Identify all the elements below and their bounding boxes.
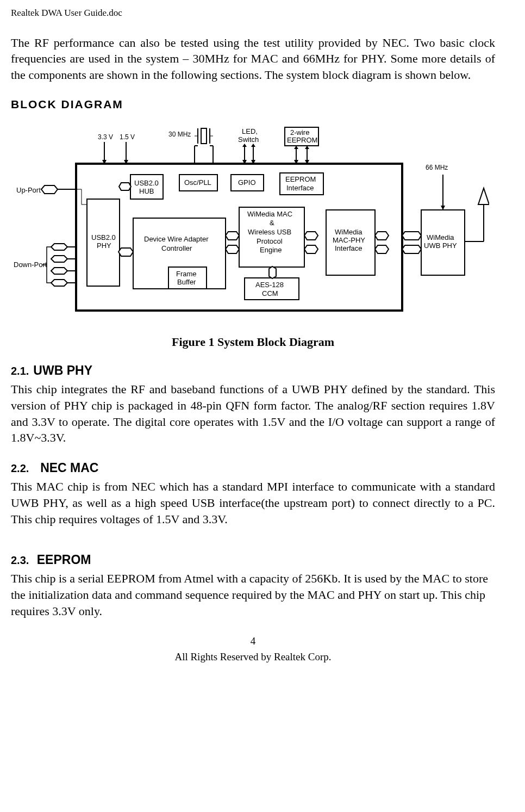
svg-marker-63 xyxy=(402,245,421,253)
label-wimac1: WiMedia MAC xyxy=(247,210,292,218)
label-wimac3: Wireless USB xyxy=(248,228,291,236)
label-usb2hub-1: USB2.0 xyxy=(134,179,159,187)
label-usb2phy-1: USB2.0 xyxy=(91,233,116,241)
label-fb2: Buffer xyxy=(177,278,196,286)
figure-caption: Figure 1 System Block Diagram xyxy=(11,334,495,351)
svg-marker-57 xyxy=(269,266,276,278)
svg-marker-27 xyxy=(41,185,58,194)
label-66mhz: 66 MHz xyxy=(426,164,448,171)
label-oscpll: Osc/PLL xyxy=(184,178,211,187)
svg-marker-18 xyxy=(251,144,255,147)
svg-marker-35 xyxy=(51,280,67,286)
label-wmpi3: Interface xyxy=(335,244,362,252)
label-usb2hub-2: HUB xyxy=(139,187,154,195)
svg-marker-31 xyxy=(51,256,67,262)
page-footer: 4 All Rights Reserved by Realtek Corp. xyxy=(11,634,495,664)
label-down-port: Down-Port xyxy=(14,261,47,269)
label-wimac5: Engine xyxy=(260,246,282,254)
label-wmpi2: MAC-PHY xyxy=(333,236,365,244)
label-fb1: Frame xyxy=(176,270,197,278)
label-2wire: 2-wire xyxy=(290,128,309,137)
section-title: NEC MAC xyxy=(40,461,98,475)
svg-marker-15 xyxy=(242,144,247,147)
svg-marker-44 xyxy=(119,183,131,190)
label-eeprom-ext: EEPROM xyxy=(287,136,317,144)
svg-marker-69 xyxy=(478,188,489,204)
label-led: LED, xyxy=(242,127,258,135)
section-num: 2.3. xyxy=(11,554,29,566)
svg-marker-66 xyxy=(441,206,445,210)
svg-marker-49 xyxy=(118,248,133,256)
label-switch: Switch xyxy=(238,135,259,144)
section-title: EEPROM xyxy=(37,553,91,567)
label-wimac4: Protocol xyxy=(257,237,283,245)
section-num: 2.2. xyxy=(11,462,29,474)
section-body-nec-mac: This MAC chip is from NEC which has a st… xyxy=(11,479,495,527)
doc-title: Realtek DWA User Guide.doc xyxy=(11,8,122,18)
label-aes1: AES-128 xyxy=(255,281,284,289)
section-num: 2.1. xyxy=(11,365,29,377)
down-port-arrows xyxy=(42,244,76,286)
svg-rect-5 xyxy=(201,128,207,144)
svg-marker-52 xyxy=(226,232,239,240)
label-dwac2: Controller xyxy=(161,244,192,252)
footer-rights: All Rights Reserved by Realtek Corp. xyxy=(11,650,495,665)
section-title: UWB PHY xyxy=(33,363,92,377)
label-up-port: Up-Port xyxy=(16,186,41,194)
label-30mhz: 30 MHz xyxy=(168,131,191,138)
section-heading-uwb-phy: 2.1.UWB PHY xyxy=(11,362,495,379)
intro-paragraph: The RF performance can also be tested us… xyxy=(11,35,495,83)
diagram-top-title: BLOCK DIAGRAM xyxy=(11,96,495,112)
svg-marker-60 xyxy=(375,245,389,253)
label-wmpi1: WiMedia xyxy=(335,228,362,236)
label-eei2: Interface xyxy=(286,184,314,192)
svg-marker-53 xyxy=(226,245,239,253)
section-heading-nec-mac: 2.2. NEC MAC xyxy=(11,459,495,476)
label-gpio: GPIO xyxy=(238,178,256,187)
section-heading-eeprom: 2.3. EEPROM xyxy=(11,551,495,568)
label-dwac1: Device Wire Adapter xyxy=(144,235,209,243)
doc-header: Realtek DWA User Guide.doc xyxy=(11,7,495,20)
svg-marker-62 xyxy=(402,232,421,240)
block-diagram-svg: 3.3 V 1.5 V 30 MHz LED, Switch 2-wire EE… xyxy=(11,123,489,324)
section-body-uwb-phy: This chip integrates the RF and baseband… xyxy=(11,381,495,446)
section-body-eeprom: This chip is a serial EEPROM from Atmel … xyxy=(11,571,495,619)
block-diagram-figure: BLOCK DIAGRAM 3.3 V 1.5 V 30 MHz LED, Sw… xyxy=(11,96,495,324)
label-3-3v: 3.3 V xyxy=(98,133,113,141)
label-eei1: EEPROM xyxy=(285,175,316,183)
page-number: 4 xyxy=(11,634,495,649)
label-uwb1: WiMedia xyxy=(427,233,454,241)
label-aes2: CCM xyxy=(262,289,278,297)
svg-marker-59 xyxy=(375,232,389,240)
svg-marker-54 xyxy=(304,232,318,240)
label-uwb2: UWB PHY xyxy=(424,241,457,250)
label-1-5v: 1.5 V xyxy=(120,133,135,141)
svg-marker-55 xyxy=(304,245,318,253)
svg-marker-29 xyxy=(51,244,67,250)
label-usb2phy-2: PHY xyxy=(97,241,111,250)
svg-marker-33 xyxy=(51,268,67,274)
label-wimac2: & xyxy=(270,219,274,227)
